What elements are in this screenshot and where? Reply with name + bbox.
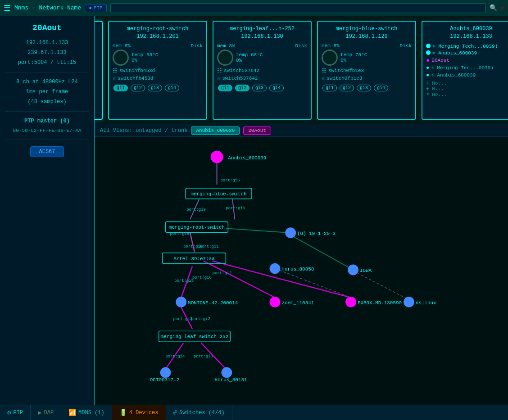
device-card-mls[interactable]: merging-leaf...h-252192.168.1.130 mem 8%… [213,21,312,120]
clear-icon[interactable]: ✕ [501,4,504,12]
port-gi2-mbs[interactable]: gi2 [340,85,354,91]
gauge-mbs [322,50,338,66]
node-label-mrs: merging-root-switch [169,225,225,230]
port-label-gi9: port:gi9 [186,208,206,212]
ptp-badge[interactable]: ● PTP [85,4,106,12]
edge-mrs-artel [190,233,195,252]
dap-status-label: DAP [44,410,54,416]
sidebar-ip1: 192.168.1.133 [5,40,89,46]
status-devices[interactable]: 🔋 4 Devices [112,405,166,420]
port-gi4-mbs[interactable]: gi4 [374,85,388,91]
card-title-mls: merging-leaf...h-252192.168.1.130 [217,25,307,41]
card-title-mbs: merging-blue-switch192.168.1.129 [322,25,412,41]
port-gi3-mrs[interactable]: gi3 [148,85,162,91]
card-gauge-mbs: temp 76°C 0% [322,50,412,66]
node-oct[interactable] [160,367,171,378]
port-gi2-mls[interactable]: gi2 [235,85,249,91]
node-horus80858[interactable] [270,263,281,274]
port-label-gi5-artel: port:gi5 [174,279,194,283]
port-label-gi0: port:gi0 [226,206,245,211]
aes-badge[interactable]: AES67 [30,146,64,157]
node-nslinux[interactable] [404,297,414,307]
port-label-gi2-2: port:gi2 [191,317,210,321]
status-switches[interactable]: ☍ Switches (4/4) [166,405,232,420]
host-item-4: ● ⚛ Merging Tec...0039) [426,65,508,71]
device-card-mrs[interactable]: merging-root-switch192.168.1.201 mem 8%D… [108,21,207,120]
menu-icon[interactable]: ☰ [4,3,11,13]
device-card-anubis[interactable]: Anubis_600039192.168.1.133 ⚛ Merging Tec… [422,21,508,120]
port-label-gi2: port:gi2 [213,271,232,275]
vlan-label: All Vlans: untagged / trunk [100,127,187,134]
edge-g-iowa [290,235,351,268]
node-montone[interactable] [176,297,186,307]
port-gi4-mrs[interactable]: gi4 [165,85,179,91]
port-gi2-mrs[interactable]: gi2 [131,85,145,91]
topology-area: port:gi5 port:gi9 port:gi0 port:gi8 port… [95,137,508,405]
port-label-gi6-2: port:gi6 [192,275,212,280]
node-horus80131[interactable] [221,367,232,378]
port-label-gi1: port:gi1 [200,244,219,249]
host-item-3[interactable]: ● 20Aout [426,57,508,64]
host-item-5: ● ⚛ Anubis_600039 [426,72,508,78]
port-gi1-mbs[interactable]: gi1 [322,85,337,91]
dap-status-icon: ▶ [38,409,41,416]
node-zoem[interactable] [270,297,281,307]
switches-status-icon: ☍ [173,409,177,416]
vlan-tag-anubis[interactable]: Anubis_600039 [191,126,240,135]
node-label-anubis: Anubis_600039 [228,155,266,161]
node-g102[interactable] [285,227,296,238]
sidebar-samples: (48 samples) [5,99,89,105]
sidebar-ip2: 239.67.1.133 [5,50,89,56]
card-stats-mls: mem 8%Disk [217,43,307,49]
port-gi3-mbs[interactable]: gi3 [357,85,371,91]
node-anubis[interactable] [211,151,223,163]
vlan-breadcrumb-bar: All Vlans: untagged / trunk Anubis_60003… [95,124,508,137]
ptp-status-label: PTP [13,410,23,416]
host-dot-1 [426,44,431,48]
status-mdns[interactable]: 📶 MDNS (1) [61,405,112,420]
status-dap[interactable]: ▶ DAP [31,405,61,420]
status-bar: ⚙ PTP ▶ DAP 📶 MDNS (1) 🔋 4 Devices ☍ Swi… [0,405,508,420]
vlan-tag-20aout[interactable]: 20Aout [243,126,271,135]
host-item-1: ⚛ Merging Tech...0039) [426,43,508,49]
devices-status-label: 4 Devices [129,410,159,416]
node-label-mls252: merging-leaf-switch-252 [161,334,228,339]
status-ptp[interactable]: ⚙ PTP [0,405,31,420]
port-gi4-mls[interactable]: gi4 [269,85,284,91]
node-label-artel: Artel 39:e7:aa [173,256,215,262]
node-iowa[interactable] [348,265,358,275]
node-label-mbs: merging-blue-switch [190,191,246,197]
top-bar: ☰ Mnms - Network Name ● PTP 🔍 ✕ [0,0,508,16]
edge-artel-zoem [204,261,275,298]
search-input[interactable] [110,3,486,13]
switch-link1-mrs: ☷ switchfb453d [113,68,203,74]
port-gi3-mls[interactable]: gi3 [252,85,267,91]
app-title: Mnms - Network Name [14,5,81,11]
host-item-2: ⚛ Anubis_600039 [426,50,508,56]
node-exbox[interactable] [345,297,356,307]
topology-svg: port:gi5 port:gi9 port:gi0 port:gi8 port… [95,137,508,405]
device-card-mbs[interactable]: merging-blue-switch192.168.1.129 mem 8%D… [317,21,416,120]
sidebar-mac: 00-50-C2-FF-FE-39-E7-AA [5,128,89,133]
edge-iowa-nslinux [353,271,409,300]
vlan-title: 20Aout [5,23,89,32]
edge-horus-exbox [275,269,351,298]
card-gauge-mrs: temp 68°C 0% [113,50,203,66]
switch-link1-mbs: ☷ switch0fb1e3 [322,68,412,74]
port-gi1-mls[interactable]: gi1 [218,85,232,91]
switch-link1-mls: ☷ switch537642 [217,68,307,74]
switch-link2-mbs: ⚛ switch0fb1e3 [322,75,412,82]
port-gi1-mrs[interactable]: gi1 [113,85,128,91]
node-label-horus80858: Horus_80858 [281,267,314,272]
node-label-iowa: IOWA [360,268,372,273]
switches-status-label: Switches (4/4) [179,410,225,416]
sidebar-frame: 1ms per frame [5,89,89,95]
ptp-status-icon: ⚙ [7,409,11,416]
gauge-mls [217,50,233,66]
card-gauge-mls: temp 68°C 0% [217,50,307,66]
node-label-oct: OCT00317-2 [150,377,179,383]
port-label-gi3: port:gi3 [173,317,192,321]
port-label-gi5: port:gi5 [221,178,240,183]
node-label-exbox: EXBOX-MD-130590 [358,300,402,306]
edge-mrs-g [226,228,290,233]
